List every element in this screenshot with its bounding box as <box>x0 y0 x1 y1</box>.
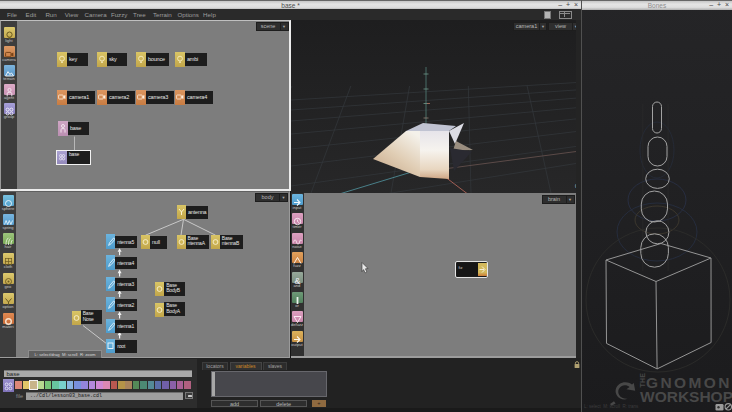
svg-text:L: select M: scroll R: trans: L: select M: scroll R: trans <box>584 404 639 409</box>
svg-text:THE: THE <box>639 373 646 388</box>
svg-text:WORKSHOP: WORKSHOP <box>640 388 732 405</box>
